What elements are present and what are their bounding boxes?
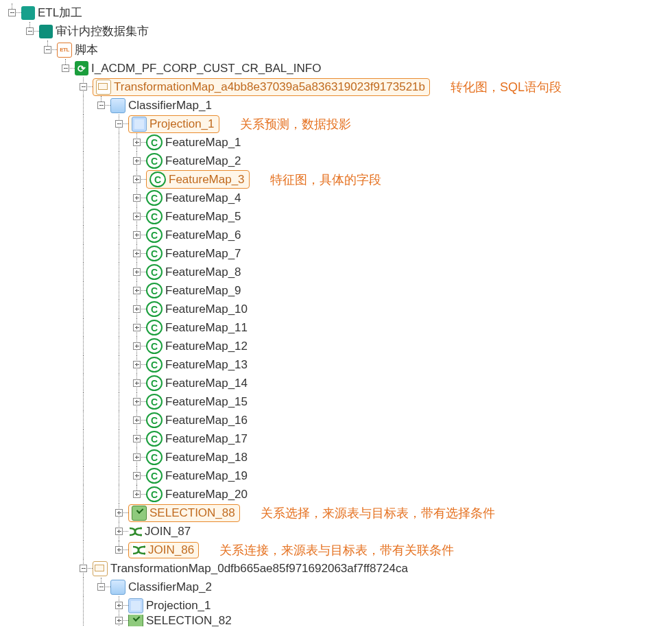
tree-node-feature-map[interactable]: FeatureMap_6 bbox=[3, 226, 672, 244]
tree-toggle[interactable] bbox=[97, 583, 105, 591]
tree-toggle[interactable] bbox=[133, 157, 141, 165]
tree-node-selection[interactable]: SELECTION_88 关系选择，来源表与目标表，带有选择条件 bbox=[3, 504, 672, 522]
selection-icon bbox=[128, 615, 143, 626]
tree-node-feature-map[interactable]: FeatureMap_20 bbox=[3, 485, 672, 504]
tree-toggle[interactable] bbox=[133, 287, 141, 294]
tree-node-feature-map[interactable]: FeatureMap_11 bbox=[3, 318, 672, 337]
feature-map-icon bbox=[146, 449, 163, 465]
tree-toggle[interactable] bbox=[115, 546, 123, 554]
tree-node-feature-map[interactable]: FeatureMap_10 bbox=[3, 300, 672, 318]
tree-toggle[interactable] bbox=[133, 435, 141, 442]
feature-map-icon bbox=[146, 412, 163, 428]
tree-toggle[interactable] bbox=[133, 342, 141, 350]
feature-map-icon bbox=[146, 134, 163, 150]
tree-node-feature-map[interactable]: FeatureMap_7 bbox=[3, 244, 672, 263]
tree-toggle[interactable] bbox=[97, 102, 105, 109]
tree-node-feature-map[interactable]: FeatureMap_2 bbox=[3, 152, 672, 170]
tree-toggle[interactable] bbox=[133, 213, 141, 220]
tree-node-acdm[interactable]: ⟳ I_ACDM_PF_CORP_CUST_CR_BAL_INFO bbox=[3, 59, 672, 78]
tree-label: JOIN_86 bbox=[147, 543, 195, 557]
tree-node-classifier-map[interactable]: ClassifierMap_2 bbox=[3, 578, 672, 596]
classifier-map-icon bbox=[110, 98, 125, 113]
tree-label: FeatureMap_17 bbox=[164, 432, 249, 446]
tree-node-feature-map[interactable]: FeatureMap_3特征图，具体的字段 bbox=[3, 170, 672, 189]
tree-toggle[interactable] bbox=[133, 491, 141, 498]
tree-node-feature-map[interactable]: FeatureMap_9 bbox=[3, 281, 672, 300]
tree-node-feature-map[interactable]: FeatureMap_16 bbox=[3, 411, 672, 429]
tree-toggle[interactable] bbox=[133, 398, 141, 405]
refresh-icon: ⟳ bbox=[75, 61, 88, 75]
tree-node-join[interactable]: JOIN_86 关系连接，来源表与目标表，带有关联条件 bbox=[3, 541, 672, 559]
tree-label: FeatureMap_15 bbox=[164, 395, 249, 409]
feature-map-icon bbox=[149, 172, 166, 187]
tree-node-feature-map[interactable]: FeatureMap_8 bbox=[3, 263, 672, 281]
tree-node-selection[interactable]: SELECTION_82 bbox=[3, 615, 672, 626]
feature-map-icon bbox=[146, 190, 163, 206]
tree-node-join[interactable]: JOIN_87 bbox=[3, 522, 672, 541]
tree-node-feature-map[interactable]: FeatureMap_5 bbox=[3, 207, 672, 226]
join-icon bbox=[132, 543, 145, 557]
tree-node-classifier-map[interactable]: ClassifierMap_1 bbox=[3, 96, 672, 115]
tree-label: FeatureMap_12 bbox=[164, 340, 249, 353]
tree-node-audit[interactable]: 审计内控数据集市 bbox=[3, 22, 672, 40]
tree-label: FeatureMap_3 bbox=[167, 173, 246, 187]
etl-icon: ETL bbox=[57, 43, 72, 58]
tree-toggle[interactable] bbox=[80, 83, 87, 91]
tree-node-projection[interactable]: Projection_1 bbox=[3, 596, 672, 615]
tree-node-feature-map[interactable]: FeatureMap_19 bbox=[3, 466, 672, 485]
tree-toggle[interactable] bbox=[133, 176, 141, 183]
tree-label: I_ACDM_PF_CORP_CUST_CR_BAL_INFO bbox=[90, 62, 322, 75]
tree-node-feature-map[interactable]: FeatureMap_4 bbox=[3, 189, 672, 207]
tree-toggle[interactable] bbox=[62, 64, 69, 72]
tree-toggle[interactable] bbox=[133, 250, 141, 257]
tree-node-feature-map[interactable]: FeatureMap_12 bbox=[3, 337, 672, 355]
tree-toggle[interactable] bbox=[133, 416, 141, 424]
tree-toggle[interactable] bbox=[80, 565, 87, 572]
tree-label: SELECTION_88 bbox=[148, 506, 237, 520]
tree-toggle[interactable] bbox=[26, 27, 34, 35]
tree-node-feature-map[interactable]: FeatureMap_14 bbox=[3, 374, 672, 392]
tree-toggle[interactable] bbox=[115, 617, 123, 624]
tree-label: TransformationMap_a4bb8e37039a5a83631902… bbox=[112, 80, 427, 94]
tree-node-etl[interactable]: ETL加工 bbox=[3, 3, 672, 22]
annotation-projection: 关系预测，数据投影 bbox=[240, 116, 351, 132]
tree-label: 脚本 bbox=[73, 42, 99, 58]
tree-node-feature-map[interactable]: FeatureMap_18 bbox=[3, 448, 672, 466]
folder-icon bbox=[39, 25, 53, 38]
tree-toggle[interactable] bbox=[133, 305, 141, 313]
tree-node-script[interactable]: ETL 脚本 bbox=[3, 40, 672, 59]
tree-node-projection[interactable]: Projection_1 关系预测，数据投影 bbox=[3, 115, 672, 133]
feature-map-icon bbox=[146, 301, 163, 317]
tree-toggle[interactable] bbox=[133, 453, 141, 461]
tree-node-feature-map[interactable]: FeatureMap_13 bbox=[3, 355, 672, 374]
tree-label: FeatureMap_19 bbox=[164, 469, 249, 483]
tree-label: ClassifierMap_1 bbox=[127, 99, 213, 113]
tree-toggle[interactable] bbox=[115, 509, 123, 517]
tree-label: FeatureMap_16 bbox=[164, 414, 249, 427]
tree-toggle[interactable] bbox=[8, 9, 16, 16]
tree-label: FeatureMap_10 bbox=[164, 303, 249, 316]
tree-toggle[interactable] bbox=[133, 231, 141, 239]
annotation-selection: 关系选择，来源表与目标表，带有选择条件 bbox=[261, 505, 495, 521]
feature-map-icon bbox=[146, 431, 163, 447]
tree-toggle[interactable] bbox=[115, 528, 123, 535]
tree-label: FeatureMap_7 bbox=[164, 247, 243, 261]
tree-toggle[interactable] bbox=[115, 120, 123, 128]
tree-toggle[interactable] bbox=[115, 602, 123, 609]
tree-node-transformation-map[interactable]: TransformationMap_a4bb8e37039a5a83631902… bbox=[3, 78, 672, 96]
tree-node-feature-map[interactable]: FeatureMap_17 bbox=[3, 429, 672, 448]
tree-label: FeatureMap_20 bbox=[164, 488, 249, 501]
tree-toggle[interactable] bbox=[44, 46, 51, 54]
tree-toggle[interactable] bbox=[133, 324, 141, 331]
tree-toggle[interactable] bbox=[133, 139, 141, 146]
tree-node-feature-map[interactable]: FeatureMap_15 bbox=[3, 392, 672, 411]
tree-toggle[interactable] bbox=[133, 379, 141, 387]
tree-node-feature-map[interactable]: FeatureMap_1 bbox=[3, 133, 672, 152]
tree-toggle[interactable] bbox=[133, 268, 141, 276]
tree-toggle[interactable] bbox=[133, 361, 141, 368]
tree-label: 审计内控数据集市 bbox=[54, 23, 150, 39]
tree-toggle[interactable] bbox=[133, 472, 141, 480]
tree-toggle[interactable] bbox=[133, 194, 141, 202]
tree-node-transformation-map[interactable]: TransformationMap_0dfb665ae85f971692063a… bbox=[3, 559, 672, 578]
tree-label: FeatureMap_2 bbox=[164, 154, 243, 168]
